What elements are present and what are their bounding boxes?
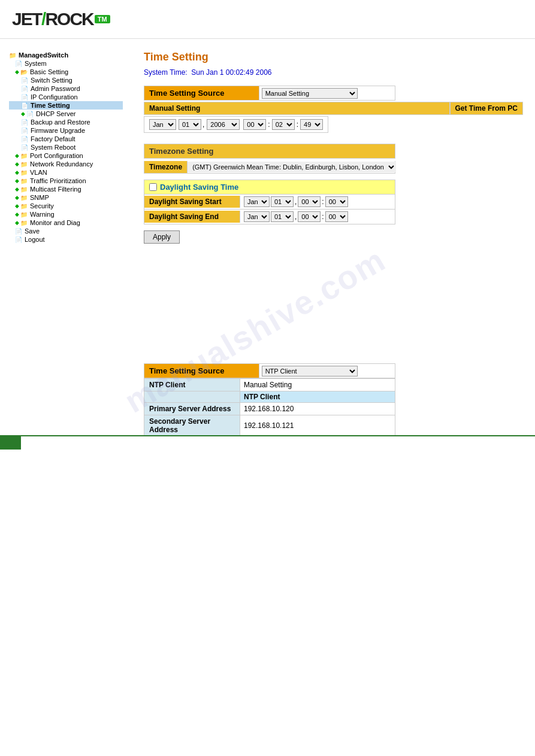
doc-icon: 📄: [21, 144, 28, 151]
apply-button[interactable]: Apply: [144, 230, 180, 244]
sidebar-item-managed-switch[interactable]: 📁 ManagedSwitch: [9, 51, 123, 59]
footer-bar: [0, 435, 535, 448]
doc-icon: 📄: [21, 94, 28, 101]
folder-icon: 📁: [9, 52, 16, 59]
sidebar-item-snmp[interactable]: ◆ 📁 SNMP: [9, 193, 123, 202]
ntp-client-label2: [144, 391, 240, 403]
manual-getpc-row: Manual Setting Get Time From PC: [144, 102, 523, 115]
page-title: Time Setting: [144, 51, 523, 63]
sidebar-item-monitor-diag[interactable]: ◆ 📁 Monitor and Diag: [9, 218, 123, 227]
timezone-select[interactable]: (GMT) Greenwich Mean Time: Dublin, Edinb…: [188, 162, 396, 172]
time-colon2: :: [297, 120, 298, 129]
dst-start-hour[interactable]: 0001: [298, 196, 321, 207]
doc-icon: 📄: [15, 236, 22, 243]
arrow-icon: ◆: [15, 186, 19, 192]
main-layout: 📁 ManagedSwitch 📄 System ◆ 📂 Basic Setti…: [0, 39, 535, 448]
timezone-section: Timezone Setting Timezone (GMT) Greenwic…: [144, 144, 523, 174]
sidebar-item-factory-default[interactable]: 📄 Factory Default: [9, 135, 123, 143]
daylight-start-row: Daylight Saving Start JanFeb 0102 , 0001…: [144, 194, 395, 209]
dst-comma1: ,: [295, 198, 297, 206]
ntp-manual-value: Manual Setting: [240, 379, 395, 391]
doc-icon: 📄: [21, 136, 28, 142]
sidebar-item-security[interactable]: ◆ 📁 Security: [9, 202, 123, 210]
month-select[interactable]: JanFebMarApr MayJunJulAug SepOctNovDec: [149, 119, 176, 130]
time-source-select[interactable]: Manual Setting NTP Client: [262, 88, 358, 99]
folder-icon: 📁: [20, 203, 28, 210]
arrow-icon: ◆: [15, 178, 19, 184]
sidebar-item-firmware-upgrade[interactable]: 📄 Firmware Upgrade: [9, 126, 123, 135]
dst-colon2: :: [322, 212, 324, 221]
arrow-icon: ◆: [15, 153, 19, 159]
sidebar: 📁 ManagedSwitch 📄 System ◆ 📂 Basic Setti…: [0, 45, 132, 442]
hour-select[interactable]: 000102: [243, 119, 266, 130]
doc-icon: 📄: [21, 77, 28, 84]
header: JET / ROCK TM: [0, 0, 535, 39]
table-row: Primary Server Address 192.168.10.120: [144, 403, 395, 415]
daylight-end-controls: JanFeb 0102 , 0001 : 0001: [240, 210, 352, 224]
logo-rock: ROCK: [45, 9, 93, 29]
arrow-icon: ◆: [15, 169, 19, 175]
day-select[interactable]: 0102030405 0607080910: [179, 119, 201, 130]
doc-icon: 📄: [15, 228, 22, 235]
dst-end-day[interactable]: 0102: [271, 211, 294, 222]
dst-start-day[interactable]: 0102: [271, 196, 294, 207]
table-row: NTP Client: [144, 391, 395, 403]
sec-select[interactable]: 4900: [300, 119, 323, 130]
year-select[interactable]: 20062007: [207, 119, 240, 130]
min-select[interactable]: 020001: [272, 119, 295, 130]
sidebar-item-system[interactable]: 📄 System: [9, 59, 123, 68]
sidebar-item-multicast-filtering[interactable]: ◆ 📁 Multicast Filtering: [9, 185, 123, 193]
ntp-section: Time Setting Source Manual Setting NTP C…: [144, 363, 395, 436]
get-time-from-pc-label[interactable]: Get Time From PC: [450, 102, 523, 115]
sidebar-item-port-configuration[interactable]: ◆ 📁 Port Configuration: [9, 151, 123, 160]
folder-icon: 📁: [20, 211, 28, 218]
dst-end-month[interactable]: JanFeb: [244, 211, 270, 222]
sidebar-item-save[interactable]: 📄 Save: [9, 227, 123, 235]
folder-icon: 📁: [20, 186, 28, 193]
sidebar-item-traffic-prioritization[interactable]: ◆ 📁 Traffic Prioritization: [9, 177, 123, 185]
sidebar-item-time-setting[interactable]: 📄 Time Setting: [9, 101, 123, 110]
arrow-icon: ◆: [15, 195, 19, 201]
daylight-section: Daylight Saving Time Daylight Saving Sta…: [144, 180, 395, 224]
ntp-client-value: NTP Client: [240, 391, 395, 403]
sidebar-item-admin-password[interactable]: 📄 Admin Password: [9, 84, 123, 93]
doc-icon: 📄: [15, 60, 22, 67]
table-row: NTP Client Manual Setting: [144, 379, 395, 391]
timezone-label: Timezone: [144, 161, 188, 173]
dst-end-hour[interactable]: 0001: [298, 211, 321, 222]
primary-server-label: Primary Server Address: [144, 403, 240, 415]
sidebar-item-dhcp-server[interactable]: ◆ 📄 DHCP Server: [9, 110, 123, 118]
primary-server-value: 192.168.10.120: [240, 403, 395, 415]
sidebar-item-backup-restore[interactable]: 📄 Backup and Restore: [9, 118, 123, 126]
datetime-row: JanFebMarApr MayJunJulAug SepOctNovDec 0…: [144, 116, 328, 133]
comma-separator: ,: [202, 120, 204, 129]
sidebar-item-ip-configuration[interactable]: 📄 IP Configuration: [9, 93, 123, 101]
system-time: System Time: Sun Jan 1 00:02:49 2006: [144, 68, 523, 77]
daylight-end-label: Daylight Saving End: [144, 211, 240, 223]
ntp-source-label: Time Setting Source: [144, 364, 259, 378]
arrow-icon: ◆: [15, 211, 19, 217]
doc-icon: 📄: [21, 102, 28, 109]
arrow-icon: ◆: [21, 111, 25, 117]
sidebar-item-system-reboot[interactable]: 📄 System Reboot: [9, 143, 123, 151]
ntp-source-select[interactable]: Manual Setting NTP Client: [262, 366, 358, 377]
sidebar-item-logout[interactable]: 📄 Logout: [9, 235, 123, 244]
sidebar-item-vlan[interactable]: ◆ 📁 VLAN: [9, 168, 123, 177]
folder-icon: 📁: [20, 195, 28, 201]
sidebar-item-basic-setting[interactable]: ◆ 📂 Basic Setting: [9, 68, 123, 76]
ntp-source-cell: Manual Setting NTP Client: [259, 364, 395, 378]
footer-green-bar: [0, 436, 21, 450]
dst-end-min[interactable]: 0001: [325, 211, 348, 222]
doc-icon: 📄: [21, 86, 28, 92]
time-source-table: Time Setting Source Manual Setting NTP C…: [144, 86, 395, 101]
dst-comma2: ,: [295, 212, 297, 221]
daylight-saving-checkbox[interactable]: [149, 183, 157, 191]
folder-icon: 📁: [20, 178, 28, 184]
table-row: Secondary Server Address 192.168.10.121: [144, 415, 395, 436]
content-area: Time Setting System Time: Sun Jan 1 00:0…: [132, 45, 535, 442]
sidebar-item-warning[interactable]: ◆ 📁 Warning: [9, 210, 123, 218]
dst-start-min[interactable]: 0001: [325, 196, 348, 207]
sidebar-item-network-redundancy[interactable]: ◆ 📁 Network Redundancy: [9, 160, 123, 168]
sidebar-item-switch-setting[interactable]: 📄 Switch Setting: [9, 76, 123, 84]
dst-start-month[interactable]: JanFeb: [244, 196, 270, 207]
